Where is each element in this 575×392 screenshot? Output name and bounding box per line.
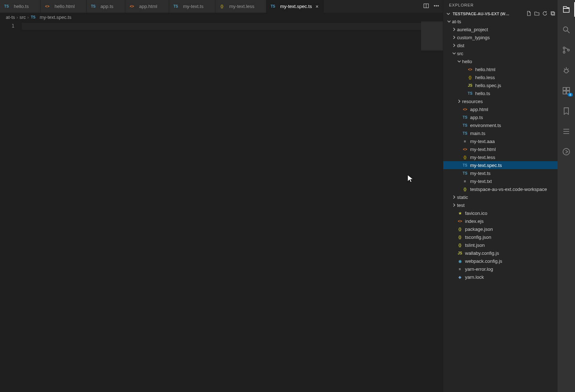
test-activity[interactable] — [558, 144, 575, 159]
file-package-json[interactable]: {}package.json — [443, 225, 558, 233]
bookmarks-activity[interactable] — [558, 104, 575, 118]
minimap[interactable] — [421, 21, 443, 392]
file-hello-html[interactable]: <>hello.html — [443, 65, 558, 73]
file-app-html[interactable]: <>app.html — [443, 105, 558, 113]
search-activity[interactable] — [558, 23, 575, 37]
tab-hello-html[interactable]: <>hello.html× — [41, 0, 87, 13]
folder-aurelia_project[interactable]: aurelia_project — [443, 25, 558, 33]
file-my-text-less[interactable]: {}my-text.less — [443, 153, 558, 161]
svg-line-15 — [567, 69, 568, 70]
folder-resources[interactable]: resources — [443, 97, 558, 105]
file-yarn-lock[interactable]: ◆yarn.lock — [443, 273, 558, 281]
new-folder-icon[interactable] — [534, 11, 539, 17]
ts-icon: TS — [173, 4, 179, 9]
breadcrumb-segment[interactable]: src — [20, 15, 26, 20]
file-my-text-html[interactable]: <>my-text.html — [443, 145, 558, 153]
chevron-right-icon — [451, 42, 457, 48]
html-icon: <> — [462, 146, 468, 152]
tab-label: my-text.spec.ts — [280, 4, 312, 9]
collapse-all-icon[interactable] — [550, 11, 555, 17]
tree-label: yarn-error.log — [465, 266, 493, 272]
lock-icon: ◆ — [457, 274, 463, 280]
file-wallaby-config-js[interactable]: JSwallaby.config.js — [443, 249, 558, 257]
file-environment-ts[interactable]: TSenvironment.ts — [443, 121, 558, 129]
tab-app-html[interactable]: <>app.html× — [125, 0, 169, 13]
split-editor-icon[interactable] — [423, 3, 429, 10]
source-control-activity[interactable] — [558, 43, 575, 57]
tree-label: app.html — [470, 107, 488, 112]
workspace-name: TESTSPACE-AU-VS-EXT (W… — [453, 12, 525, 16]
file-yarn-error-log[interactable]: ≡yarn-error.log — [443, 265, 558, 273]
tree-label: aurelia_project — [457, 27, 488, 32]
tab-app-ts[interactable]: TSapp.ts× — [87, 0, 125, 13]
file-hello-less[interactable]: {}hello.less — [443, 73, 558, 81]
tree-label: tsconfig.json — [465, 234, 491, 240]
new-file-icon[interactable] — [526, 11, 531, 17]
tree-label: hello.less — [475, 75, 495, 80]
editor-area: TShello.ts×<>hello.html×TSapp.ts×<>app.h… — [0, 0, 443, 392]
tree-label: my-text.html — [470, 147, 496, 152]
file-favicon-ico[interactable]: ★favicon.ico — [443, 209, 558, 217]
chevron-down-icon — [451, 50, 457, 56]
file-my-text-aaa[interactable]: ≡my-text.aaa — [443, 137, 558, 145]
tree-label: hello.ts — [475, 91, 490, 96]
tab-my-text-spec-ts[interactable]: TSmy-text.spec.ts× — [266, 0, 324, 13]
debug-activity[interactable] — [558, 63, 575, 78]
more-actions-icon[interactable] — [433, 3, 439, 10]
chevron-right-icon: › — [16, 15, 18, 20]
svg-point-10 — [563, 52, 565, 53]
breadcrumb-segment[interactable]: my-text.spec.ts — [40, 15, 71, 20]
file-my-text-txt[interactable]: ≡my-text.txt — [443, 177, 558, 185]
breadcrumb[interactable]: at-ts›src›TSmy-text.spec.ts — [0, 13, 443, 21]
less-icon: {} — [219, 4, 225, 9]
close-icon[interactable]: × — [314, 4, 320, 9]
js-icon: JS — [457, 250, 463, 256]
file-tsconfig-json[interactable]: {}tsconfig.json — [443, 233, 558, 241]
tab-label: my-text.ts — [183, 4, 203, 9]
tab-my-text-ts[interactable]: TSmy-text.ts× — [169, 0, 215, 13]
file-my-text-ts[interactable]: TSmy-text.ts — [443, 169, 558, 177]
activity-bar: 8 — [558, 0, 575, 392]
tab-my-text-less[interactable]: {}my-text.less× — [215, 0, 266, 13]
file-testspace-au-vs-ext-code-workspace[interactable]: {}testspace-au-vs-ext.code-workspace — [443, 185, 558, 193]
breadcrumb-segment[interactable]: at-ts — [6, 15, 15, 20]
tree-label: my-text.aaa — [470, 139, 495, 144]
workspace-header[interactable]: TESTSPACE-AU-VS-EXT (W… — [443, 10, 558, 17]
file-main-ts[interactable]: TSmain.ts — [443, 129, 558, 137]
folder-at-ts[interactable]: at-ts — [443, 17, 558, 25]
file-hello-spec-js[interactable]: JShello.spec.js — [443, 81, 558, 89]
tree-label: main.ts — [470, 131, 485, 136]
file-my-text-spec-ts[interactable]: TSmy-text.spec.ts — [443, 161, 558, 169]
folder-static[interactable]: static — [443, 193, 558, 201]
file-hello-ts[interactable]: TShello.ts — [443, 89, 558, 97]
file-tslint-json[interactable]: {}tslint.json — [443, 241, 558, 249]
chevron-right-icon: › — [27, 15, 29, 20]
file-app-ts[interactable]: TSapp.ts — [443, 113, 558, 121]
svg-line-14 — [564, 69, 565, 70]
svg-point-2 — [434, 5, 435, 7]
minimap-viewport[interactable] — [421, 21, 443, 50]
tree-label: resources — [462, 99, 483, 104]
folder-hello[interactable]: hello — [443, 57, 558, 65]
explorer-activity[interactable] — [558, 2, 575, 17]
file-webpack-config-js[interactable]: ◉webpack.config.js — [443, 257, 558, 265]
folder-test[interactable]: test — [443, 201, 558, 209]
refresh-icon[interactable] — [542, 11, 547, 17]
svg-rect-20 — [563, 91, 566, 94]
tab-hello-ts[interactable]: TShello.ts× — [0, 0, 41, 13]
chevron-right-icon — [456, 98, 462, 104]
tree-label: tslint.json — [465, 242, 485, 248]
file-index-ejs[interactable]: <>index.ejs — [443, 217, 558, 225]
html-icon: <> — [44, 4, 50, 9]
tree-label: environment.ts — [470, 123, 501, 128]
folder-src[interactable]: src — [443, 49, 558, 57]
tree-label: app.ts — [470, 115, 483, 120]
folder-custom_typings[interactable]: custom_typings — [443, 33, 558, 41]
extensions-activity[interactable]: 8 — [558, 83, 575, 98]
editor-content[interactable] — [22, 21, 421, 392]
tree-label: testspace-au-vs-ext.code-workspace — [470, 187, 547, 192]
html-icon: <> — [462, 106, 468, 112]
folder-dist[interactable]: dist — [443, 41, 558, 49]
json-icon: {} — [457, 226, 463, 232]
outline-activity[interactable] — [558, 124, 575, 139]
